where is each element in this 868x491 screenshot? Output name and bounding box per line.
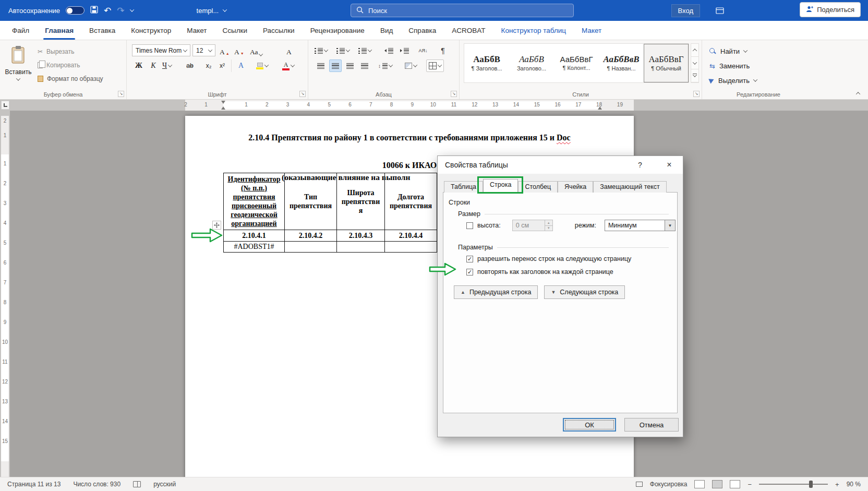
height-input[interactable]: 0 см ▲▼	[512, 220, 553, 231]
next-row-button[interactable]: ▼Следующая строка	[544, 285, 625, 299]
dialog-help-button[interactable]: ?	[630, 156, 650, 174]
ribbon-tab[interactable]: Главная	[37, 21, 81, 40]
style-card[interactable]: АаБбВЗаголово...	[509, 44, 554, 82]
ribbon-tab[interactable]: Рецензирование	[303, 21, 372, 40]
zoom-out-button[interactable]: −	[748, 481, 752, 488]
select-button[interactable]: Выделить	[709, 74, 757, 87]
gallery-up-button[interactable]	[691, 44, 698, 57]
mode-dropdown[interactable]: Минимум ▼	[605, 220, 676, 231]
cut-button[interactable]: ✂ Вырезать	[38, 45, 74, 58]
allow-row-break-checkbox[interactable]: ✓	[466, 256, 473, 262]
quick-access-chevron-icon[interactable]	[129, 7, 134, 11]
style-card[interactable]: АаБбВвГ¶ Колонт...	[554, 44, 599, 82]
bold-button[interactable]: Ж	[133, 59, 144, 72]
sort-button[interactable]: АЯ↓	[417, 44, 429, 57]
zoom-slider-thumb[interactable]	[809, 481, 813, 488]
highlight-color-button[interactable]	[256, 59, 268, 72]
ribbon-display-options-icon[interactable]	[716, 7, 724, 14]
gallery-more-button[interactable]	[691, 69, 698, 82]
show-marks-button[interactable]: ¶	[437, 44, 449, 57]
web-layout-button[interactable]	[730, 480, 740, 488]
justify-button[interactable]	[358, 59, 371, 72]
repeat-header-checkbox[interactable]: ✓	[466, 269, 473, 276]
underline-button[interactable]: Ч	[161, 59, 173, 72]
save-icon[interactable]	[90, 6, 98, 16]
copy-button[interactable]: Копировать	[38, 59, 80, 71]
align-right-button[interactable]	[344, 59, 356, 72]
format-painter-button[interactable]: Формат по образцу	[38, 73, 103, 85]
ribbon-tab[interactable]: Ссылки	[215, 21, 256, 40]
numbering-button[interactable]	[336, 44, 349, 57]
autosave-toggle[interactable]	[66, 6, 85, 15]
ribbon-tab[interactable]: Макет	[574, 21, 609, 40]
table-cell[interactable]	[385, 242, 437, 253]
table-cell[interactable]: 2.10.4.1	[224, 230, 285, 242]
strikethrough-button[interactable]: ab	[184, 59, 196, 72]
table-header-cell[interactable]: Долгота препятствия	[385, 173, 437, 230]
align-center-button[interactable]	[329, 59, 342, 72]
style-card[interactable]: АаБбВ¶ Заголов...	[464, 44, 509, 82]
search-input[interactable]: Поиск	[351, 4, 574, 17]
ok-button[interactable]: ОК	[563, 418, 616, 432]
dialog-launcher-icon[interactable]: ↘	[451, 91, 457, 97]
subscript-button[interactable]: х₂	[203, 59, 214, 72]
ribbon-tab[interactable]: Вид	[372, 21, 401, 40]
dialog-tab[interactable]: Столбец	[518, 181, 558, 193]
grow-font-button[interactable]: А▲	[220, 44, 230, 56]
shrink-font-button[interactable]: А▼	[234, 44, 244, 56]
zoom-in-button[interactable]: +	[835, 481, 839, 488]
left-indent-marker[interactable]	[221, 106, 225, 110]
document-heading[interactable]: 2.10.4 Препятствия по району 1 в соответ…	[185, 131, 634, 143]
style-card[interactable]: АаБбВвГ¶ Обычный	[644, 44, 689, 82]
borders-button[interactable]	[426, 59, 444, 72]
previous-row-button[interactable]: ▲Предыдущая строка	[454, 285, 538, 299]
style-card[interactable]: АаБбВвВ¶ Назван...	[599, 44, 644, 82]
allow-row-break-option[interactable]: ✓ разрешить перенос строк на следующую с…	[466, 255, 631, 262]
multilevel-list-button[interactable]	[358, 44, 371, 57]
print-layout-button[interactable]	[712, 480, 722, 488]
ribbon-tab[interactable]: Вставка	[81, 21, 123, 40]
height-checkbox[interactable]	[466, 222, 473, 229]
focus-mode-button[interactable]: Фокусировка	[650, 481, 688, 488]
zoom-level[interactable]: 90 %	[847, 481, 861, 488]
proofing-icon[interactable]	[133, 481, 141, 487]
dialog-launcher-icon[interactable]: ↘	[693, 91, 700, 97]
word-count[interactable]: Число слов: 930	[73, 481, 120, 488]
zoom-slider[interactable]	[759, 484, 828, 485]
gallery-down-button[interactable]	[691, 57, 698, 70]
bullets-button[interactable]	[315, 44, 328, 57]
share-button[interactable]: Поделиться	[800, 2, 861, 17]
ribbon-tab[interactable]: Справка	[401, 21, 444, 40]
text-effects-button[interactable]: А	[235, 59, 247, 72]
find-button[interactable]: Найти	[709, 45, 747, 57]
page-indicator[interactable]: Страница 11 из 13	[7, 481, 61, 488]
table-cell[interactable]	[285, 242, 337, 253]
redo-icon[interactable]: ↷	[117, 6, 124, 15]
undo-icon[interactable]: ↶	[104, 6, 111, 15]
line-spacing-button[interactable]: ↕	[378, 59, 392, 72]
dropdown-arrow-icon[interactable]: ▼	[665, 220, 675, 231]
table-cell[interactable]: 2.10.4.4	[385, 230, 437, 242]
table-header-cell[interactable]: Тип препятствия	[285, 173, 337, 230]
dialog-close-button[interactable]: ×	[658, 156, 681, 174]
table-cell[interactable]	[337, 242, 385, 253]
superscript-button[interactable]: х²	[216, 59, 228, 72]
increase-indent-button[interactable]	[398, 44, 411, 57]
dialog-launcher-icon[interactable]: ↘	[118, 91, 124, 97]
ruler-vertical[interactable]: 21123456789101112131415	[0, 111, 10, 477]
table-header-cell[interactable]: Широта препятствия	[337, 173, 385, 230]
change-case-button[interactable]: Аа	[250, 44, 262, 56]
dialog-tab[interactable]: Замещающий текст	[593, 181, 667, 193]
ruler-horizontal[interactable]: 2112345678910111213141516171819	[0, 100, 868, 111]
spin-down-icon[interactable]: ▼	[545, 226, 552, 231]
decrease-indent-button[interactable]	[382, 44, 395, 57]
font-color-button[interactable]: А	[282, 59, 294, 72]
collapse-ribbon-button[interactable]	[853, 89, 863, 97]
table-cell[interactable]: #ADOBST1#	[224, 242, 285, 253]
dialog-tab[interactable]: Ячейка	[558, 181, 593, 193]
align-left-button[interactable]	[315, 59, 327, 72]
font-size-combobox[interactable]: 12	[192, 44, 215, 56]
ribbon-tab[interactable]: Конструктор	[123, 21, 179, 40]
ribbon-tab[interactable]: Конструктор таблиц	[493, 21, 574, 40]
read-mode-button[interactable]	[694, 480, 705, 488]
